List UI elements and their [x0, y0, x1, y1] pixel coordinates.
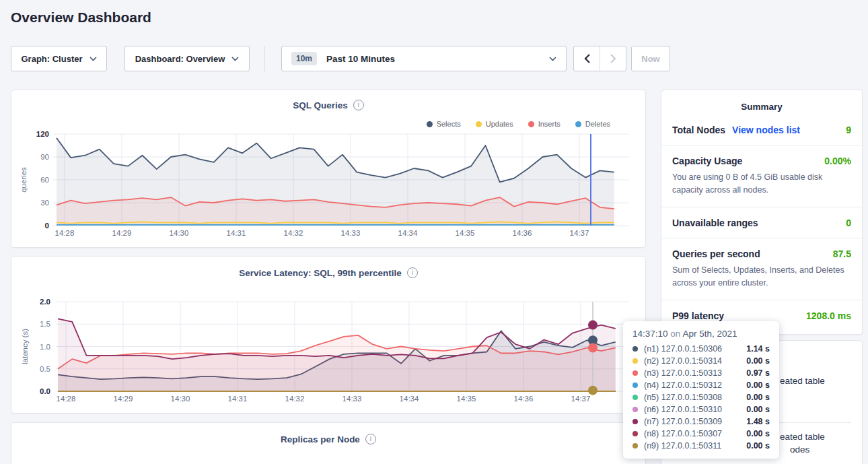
node-color-dot-icon: [632, 431, 638, 436]
summary-row-qps: Queries per second 87.5 Sum of Selects, …: [661, 238, 862, 300]
svg-text:14:30: 14:30: [170, 229, 189, 237]
svg-text:1.5: 1.5: [40, 320, 50, 328]
qps-description: Sum of Selects, Updates, Inserts, and De…: [672, 264, 851, 290]
node-color-dot-icon: [632, 370, 638, 376]
tooltip-node-row: (n9) 127.0.0.1:503110.00 s: [632, 440, 770, 452]
unavailable-ranges-label: Unavailable ranges: [672, 218, 758, 228]
tooltip-node-value: 1.48 s: [746, 417, 770, 426]
tooltip-node-row: (n7) 127.0.0.1:503091.48 s: [632, 416, 770, 428]
tooltip-timestamp: 14:37:10 on Apr 5th, 2021: [632, 329, 770, 339]
graph-dropdown[interactable]: Graph: Cluster: [11, 46, 107, 71]
svg-text:14:31: 14:31: [227, 229, 246, 237]
capacity-usage-description: You are using 0 B of 4.5 GiB usable disk…: [672, 171, 851, 197]
node-color-dot-icon: [632, 346, 638, 352]
svg-text:14:30: 14:30: [171, 395, 190, 403]
tooltip-node-value: 0.00 s: [746, 380, 770, 390]
svg-text:14:34: 14:34: [400, 395, 419, 403]
tooltip-node-value: 1.14 s: [746, 344, 770, 354]
svg-text:14:33: 14:33: [342, 395, 362, 403]
chart-hover-tooltip: 14:37:10 on Apr 5th, 2021 (n1) 127.0.0.1…: [623, 321, 779, 459]
info-icon[interactable]: i: [365, 434, 376, 444]
capacity-usage-value: 0.00%: [824, 156, 851, 166]
now-button-label: Now: [641, 54, 659, 64]
overview-dashboard-page: Overview Dashboard Graph: Cluster Dashbo…: [0, 0, 868, 464]
qps-value: 87.5: [833, 248, 851, 259]
p99-latency-value: 1208.0 ms: [806, 310, 851, 321]
sql-queries-chart[interactable]: 14:2814:2914:3014:3114:3214:3314:3414:35…: [11, 90, 647, 248]
tooltip-node-row: (n4) 127.0.0.1:503120.00 s: [632, 379, 770, 391]
dashboard-dropdown[interactable]: Dashboard: Overview: [124, 46, 250, 71]
tooltip-node-row: (n8) 127.0.0.1:503070.00 s: [632, 428, 770, 440]
tooltip-node-value: 0.00 s: [746, 441, 770, 451]
tooltip-node-label: (n6) 127.0.0.1:50310: [644, 405, 722, 414]
service-latency-card: Service Latency: SQL, 99th percentile i …: [11, 256, 646, 413]
time-range-badge: 10m: [291, 52, 317, 65]
tooltip-node-value: 0.00 s: [746, 405, 770, 414]
tooltip-node-row: (n3) 127.0.0.1:503130.97 s: [632, 367, 770, 379]
svg-text:14:34: 14:34: [398, 229, 418, 237]
svg-text:2.0: 2.0: [40, 298, 50, 306]
time-next-button[interactable]: [600, 46, 626, 71]
node-color-dot-icon: [632, 419, 638, 424]
svg-text:queries: queries: [20, 167, 28, 193]
time-step-buttons: [573, 46, 626, 71]
p99-latency-label: P99 latency: [672, 310, 724, 321]
summary-heading: Summary: [661, 90, 862, 114]
svg-text:14:33: 14:33: [341, 229, 361, 237]
tooltip-node-value: 0.00 s: [746, 429, 770, 438]
svg-text:14:37: 14:37: [570, 229, 589, 237]
event-text-fragment: eated table: [780, 432, 825, 442]
svg-text:0.0: 0.0: [40, 387, 50, 395]
svg-text:14:29: 14:29: [112, 229, 132, 237]
chevron-left-icon: [584, 54, 590, 63]
view-nodes-list-link[interactable]: View nodes list: [732, 125, 800, 135]
time-prev-button[interactable]: [574, 46, 600, 71]
summary-row-capacity: Capacity Usage 0.00% You are using 0 B o…: [661, 145, 862, 207]
event-text-fragment: eated table: [780, 376, 825, 386]
svg-text:90: 90: [40, 153, 49, 161]
sql-queries-card: SQL Queries i Selects Updates Inserts De…: [11, 90, 646, 248]
replicas-per-node-card: Replicas per Node i: [11, 422, 646, 464]
total-nodes-value: 9: [846, 125, 851, 135]
svg-text:14:35: 14:35: [456, 229, 475, 237]
qps-label: Queries per second: [672, 248, 760, 259]
svg-text:14:28: 14:28: [57, 395, 76, 403]
chevron-down-icon: [89, 57, 97, 61]
tooltip-node-label: (n5) 127.0.0.1:50308: [644, 393, 722, 402]
node-color-dot-icon: [632, 407, 638, 412]
tooltip-node-label: (n3) 127.0.0.1:50313: [644, 368, 722, 378]
event-text-fragment: odes: [790, 444, 809, 455]
svg-text:14:35: 14:35: [457, 395, 476, 403]
tooltip-node-row: (n1) 127.0.0.1:503061.14 s: [632, 343, 770, 355]
tooltip-node-value: 0.97 s: [746, 368, 770, 378]
tooltip-node-label: (n2) 127.0.0.1:50314: [644, 356, 722, 366]
capacity-usage-label: Capacity Usage: [672, 156, 742, 166]
svg-text:14:32: 14:32: [285, 395, 305, 403]
svg-text:14:32: 14:32: [284, 229, 303, 237]
svg-text:0.5: 0.5: [40, 365, 50, 373]
node-color-dot-icon: [632, 383, 638, 388]
chevron-down-icon: [549, 57, 556, 61]
summary-row-unavailable-ranges: Unavailable ranges 0: [661, 207, 862, 238]
node-color-dot-icon: [632, 395, 638, 400]
svg-text:120: 120: [36, 130, 49, 138]
now-button[interactable]: Now: [631, 46, 670, 71]
svg-text:14:29: 14:29: [114, 395, 133, 403]
svg-text:14:28: 14:28: [55, 229, 75, 237]
time-range-picker[interactable]: 10m Past 10 Minutes: [281, 46, 567, 71]
tooltip-node-value: 0.00 s: [746, 356, 770, 366]
svg-text:latency (s): latency (s): [21, 329, 29, 364]
tooltip-node-label: (n8) 127.0.0.1:50307: [644, 429, 722, 438]
tooltip-node-value: 0.00 s: [746, 393, 770, 402]
svg-text:14:31: 14:31: [228, 395, 248, 403]
tooltip-node-row: (n6) 127.0.0.1:503100.00 s: [632, 403, 770, 416]
total-nodes-label: Total Nodes: [672, 125, 725, 135]
node-color-dot-icon: [632, 443, 638, 449]
controls-divider: [264, 46, 265, 71]
time-range-label: Past 10 Minutes: [326, 54, 549, 64]
service-latency-chart[interactable]: 14:2814:2914:3014:3114:3214:3314:3414:35…: [11, 257, 647, 414]
svg-text:0: 0: [45, 222, 49, 230]
tooltip-node-label: (n4) 127.0.0.1:50312: [644, 380, 722, 390]
tooltip-node-label: (n7) 127.0.0.1:50309: [644, 417, 722, 426]
page-title: Overview Dashboard: [11, 9, 151, 26]
